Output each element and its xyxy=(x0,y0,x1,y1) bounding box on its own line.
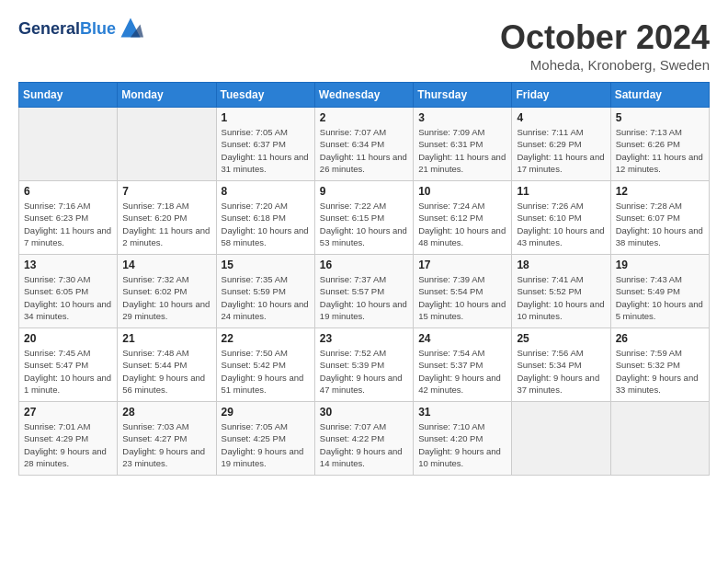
day-info: Sunrise: 7:35 AMSunset: 5:59 PMDaylight:… xyxy=(222,273,310,322)
day-number: 9 xyxy=(320,185,408,198)
day-number: 17 xyxy=(418,259,506,271)
day-number: 30 xyxy=(320,406,408,419)
day-number: 29 xyxy=(222,406,310,419)
calendar-cell: 12Sunrise: 7:28 AMSunset: 6:07 PMDayligh… xyxy=(610,181,709,255)
calendar-week-row: 27Sunrise: 7:01 AMSunset: 4:29 PMDayligh… xyxy=(19,402,710,476)
day-number: 27 xyxy=(24,406,112,419)
day-number: 7 xyxy=(122,185,210,198)
day-number: 23 xyxy=(320,332,408,345)
calendar-cell: 30Sunrise: 7:07 AMSunset: 4:22 PMDayligh… xyxy=(314,402,413,476)
calendar-cell: 24Sunrise: 7:54 AMSunset: 5:37 PMDayligh… xyxy=(414,328,512,402)
calendar-cell: 9Sunrise: 7:22 AMSunset: 6:15 PMDaylight… xyxy=(314,181,413,255)
day-info: Sunrise: 7:13 AMSunset: 6:26 PMDaylight:… xyxy=(616,126,704,175)
day-info: Sunrise: 7:11 AMSunset: 6:29 PMDaylight:… xyxy=(517,126,605,175)
weekday-header: Tuesday xyxy=(216,83,314,108)
weekday-header: Saturday xyxy=(610,83,709,108)
day-info: Sunrise: 7:18 AMSunset: 6:20 PMDaylight:… xyxy=(122,200,210,248)
day-number: 6 xyxy=(24,185,112,198)
calendar-cell xyxy=(19,108,118,181)
day-number: 16 xyxy=(320,259,408,271)
calendar-cell xyxy=(512,402,610,476)
day-number: 12 xyxy=(616,185,704,198)
calendar-cell: 2Sunrise: 7:07 AMSunset: 6:34 PMDaylight… xyxy=(314,108,413,181)
calendar-cell: 17Sunrise: 7:39 AMSunset: 5:54 PMDayligh… xyxy=(414,255,512,328)
calendar-table: SundayMondayTuesdayWednesdayThursdayFrid… xyxy=(18,82,710,476)
day-number: 24 xyxy=(418,332,506,345)
day-info: Sunrise: 7:20 AMSunset: 6:18 PMDaylight:… xyxy=(222,200,310,248)
day-info: Sunrise: 7:59 AMSunset: 5:32 PMDaylight:… xyxy=(616,347,704,396)
day-number: 18 xyxy=(517,259,605,271)
day-number: 20 xyxy=(24,332,112,345)
day-info: Sunrise: 7:50 AMSunset: 5:42 PMDaylight:… xyxy=(222,347,310,396)
calendar-cell: 25Sunrise: 7:56 AMSunset: 5:34 PMDayligh… xyxy=(512,328,610,402)
logo-blue: Blue xyxy=(80,19,116,38)
day-info: Sunrise: 7:16 AMSunset: 6:23 PMDaylight:… xyxy=(24,200,112,248)
day-info: Sunrise: 7:37 AMSunset: 5:57 PMDaylight:… xyxy=(320,273,408,322)
calendar-cell: 8Sunrise: 7:20 AMSunset: 6:18 PMDaylight… xyxy=(216,181,314,255)
day-info: Sunrise: 7:32 AMSunset: 6:02 PMDaylight:… xyxy=(122,273,210,322)
day-number: 14 xyxy=(122,259,210,271)
header: GeneralBlue October 2024 Moheda, Kronobe… xyxy=(18,18,710,73)
location: Moheda, Kronoberg, Sweden xyxy=(500,57,710,73)
title-section: October 2024 Moheda, Kronoberg, Sweden xyxy=(500,18,710,73)
day-number: 5 xyxy=(616,111,704,124)
weekday-header: Friday xyxy=(512,83,610,108)
day-number: 25 xyxy=(517,332,605,345)
day-info: Sunrise: 7:52 AMSunset: 5:39 PMDaylight:… xyxy=(320,347,408,396)
calendar-cell: 23Sunrise: 7:52 AMSunset: 5:39 PMDayligh… xyxy=(314,328,413,402)
day-info: Sunrise: 7:24 AMSunset: 6:12 PMDaylight:… xyxy=(418,200,506,248)
day-info: Sunrise: 7:07 AMSunset: 6:34 PMDaylight:… xyxy=(320,126,408,175)
day-info: Sunrise: 7:43 AMSunset: 5:49 PMDaylight:… xyxy=(616,273,704,322)
calendar-cell: 31Sunrise: 7:10 AMSunset: 4:20 PMDayligh… xyxy=(414,402,512,476)
calendar-cell: 6Sunrise: 7:16 AMSunset: 6:23 PMDaylight… xyxy=(19,181,118,255)
day-number: 13 xyxy=(24,259,112,271)
calendar-cell: 14Sunrise: 7:32 AMSunset: 6:02 PMDayligh… xyxy=(118,255,216,328)
logo-text-line1: GeneralBlue xyxy=(18,20,116,39)
day-info: Sunrise: 7:41 AMSunset: 5:52 PMDaylight:… xyxy=(517,273,605,322)
calendar-cell: 5Sunrise: 7:13 AMSunset: 6:26 PMDaylight… xyxy=(610,108,709,181)
day-info: Sunrise: 7:05 AMSunset: 6:37 PMDaylight:… xyxy=(222,126,310,175)
day-number: 31 xyxy=(418,406,506,419)
calendar-cell: 11Sunrise: 7:26 AMSunset: 6:10 PMDayligh… xyxy=(512,181,610,255)
day-info: Sunrise: 7:39 AMSunset: 5:54 PMDaylight:… xyxy=(418,273,506,322)
calendar-cell: 1Sunrise: 7:05 AMSunset: 6:37 PMDaylight… xyxy=(216,108,314,181)
day-info: Sunrise: 7:07 AMSunset: 4:22 PMDaylight:… xyxy=(320,420,408,469)
calendar-cell: 22Sunrise: 7:50 AMSunset: 5:42 PMDayligh… xyxy=(216,328,314,402)
day-info: Sunrise: 7:09 AMSunset: 6:31 PMDaylight:… xyxy=(418,126,506,175)
day-number: 15 xyxy=(222,259,310,271)
day-info: Sunrise: 7:05 AMSunset: 4:25 PMDaylight:… xyxy=(222,420,310,469)
day-number: 19 xyxy=(616,259,704,271)
day-info: Sunrise: 7:22 AMSunset: 6:15 PMDaylight:… xyxy=(320,200,408,248)
day-number: 8 xyxy=(222,185,310,198)
calendar-week-row: 1Sunrise: 7:05 AMSunset: 6:37 PMDaylight… xyxy=(19,108,710,181)
calendar-cell: 20Sunrise: 7:45 AMSunset: 5:47 PMDayligh… xyxy=(19,328,118,402)
calendar-cell: 10Sunrise: 7:24 AMSunset: 6:12 PMDayligh… xyxy=(414,181,512,255)
calendar-cell: 27Sunrise: 7:01 AMSunset: 4:29 PMDayligh… xyxy=(19,402,118,476)
day-info: Sunrise: 7:10 AMSunset: 4:20 PMDaylight:… xyxy=(418,420,506,469)
calendar-cell: 28Sunrise: 7:03 AMSunset: 4:27 PMDayligh… xyxy=(118,402,216,476)
day-number: 28 xyxy=(122,406,210,419)
day-info: Sunrise: 7:54 AMSunset: 5:37 PMDaylight:… xyxy=(418,347,506,396)
calendar-cell: 18Sunrise: 7:41 AMSunset: 5:52 PMDayligh… xyxy=(512,255,610,328)
weekday-header: Monday xyxy=(118,83,216,108)
day-number: 11 xyxy=(517,185,605,198)
calendar-cell: 19Sunrise: 7:43 AMSunset: 5:49 PMDayligh… xyxy=(610,255,709,328)
calendar-cell: 16Sunrise: 7:37 AMSunset: 5:57 PMDayligh… xyxy=(314,255,413,328)
calendar-cell: 4Sunrise: 7:11 AMSunset: 6:29 PMDaylight… xyxy=(512,108,610,181)
month-title: October 2024 xyxy=(500,18,710,57)
day-number: 1 xyxy=(222,111,310,124)
weekday-header: Wednesday xyxy=(314,83,413,108)
logo-icon xyxy=(118,15,143,40)
calendar-cell: 7Sunrise: 7:18 AMSunset: 6:20 PMDaylight… xyxy=(118,181,216,255)
calendar-cell: 13Sunrise: 7:30 AMSunset: 6:05 PMDayligh… xyxy=(19,255,118,328)
calendar-cell: 3Sunrise: 7:09 AMSunset: 6:31 PMDaylight… xyxy=(414,108,512,181)
day-info: Sunrise: 7:48 AMSunset: 5:44 PMDaylight:… xyxy=(122,347,210,396)
day-info: Sunrise: 7:56 AMSunset: 5:34 PMDaylight:… xyxy=(517,347,605,396)
calendar-week-row: 13Sunrise: 7:30 AMSunset: 6:05 PMDayligh… xyxy=(19,255,710,328)
calendar-cell: 15Sunrise: 7:35 AMSunset: 5:59 PMDayligh… xyxy=(216,255,314,328)
day-info: Sunrise: 7:30 AMSunset: 6:05 PMDaylight:… xyxy=(24,273,112,322)
day-number: 3 xyxy=(418,111,506,124)
day-info: Sunrise: 7:03 AMSunset: 4:27 PMDaylight:… xyxy=(122,420,210,469)
calendar-week-row: 6Sunrise: 7:16 AMSunset: 6:23 PMDaylight… xyxy=(19,181,710,255)
day-info: Sunrise: 7:28 AMSunset: 6:07 PMDaylight:… xyxy=(616,200,704,248)
